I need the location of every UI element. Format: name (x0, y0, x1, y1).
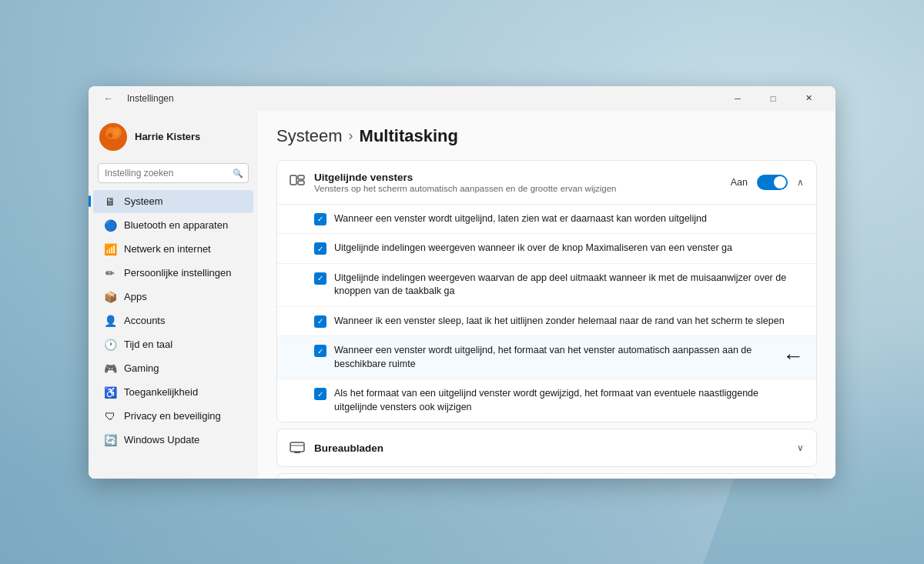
sidebar-item-windows[interactable]: 🔄Windows Update (93, 429, 253, 452)
sidebar-item-netwerk[interactable]: 📶Netwerk en internet (93, 238, 253, 261)
accounts-icon: 👤 (104, 315, 116, 327)
checkbox-snap6[interactable]: ✓ (314, 388, 326, 400)
uitgelijnde-subtitle: Vensters op het scherm automatisch aanpa… (314, 184, 731, 193)
tijd-icon: 🕐 (104, 339, 116, 351)
checkbox-snap3[interactable]: ✓ (314, 272, 326, 285)
bureaubladen-right: ∨ (797, 442, 804, 453)
avatar (99, 123, 127, 151)
sidebar-item-label-bluetooth: Bluetooth en apparaten (124, 219, 228, 231)
snap-icon (290, 175, 305, 190)
arrow-right-icon: ← (782, 344, 804, 369)
sidebar-item-systeem[interactable]: 🖥Systeem (93, 190, 253, 213)
checkbox-row-snap5: ✓ Wanneer een venster wordt uitgelijnd, … (277, 336, 816, 379)
toegankelijkheid-icon: ♿ (104, 386, 116, 399)
breadcrumb-parent[interactable]: Systeem (276, 126, 343, 146)
back-button[interactable]: ← (98, 88, 119, 109)
sidebar-item-bluetooth[interactable]: 🔵Bluetooth en apparaten (93, 214, 253, 237)
sidebar-item-label-persoonlijk: Persoonlijke instellingen (124, 267, 231, 279)
sidebar-item-accounts[interactable]: 👤Accounts (93, 309, 253, 332)
checkbox-text-snap4: Wanneer ik een venster sleep, laat ik he… (334, 315, 785, 329)
sidebar-item-label-gaming: Gaming (124, 362, 159, 374)
sidebar-item-apps[interactable]: 📦Apps (93, 285, 253, 309)
bureaubladen-icon (290, 440, 305, 456)
bureaubladen-title-block: Bureaubladen (314, 442, 797, 454)
section-bureaubladen: Bureaubladen ∨ (276, 429, 817, 467)
section-uitgelijnde-vensters: Uitgelijnde vensters Vensters op het sch… (276, 160, 817, 423)
persoonlijk-icon: ✏ (104, 267, 116, 279)
bureaubladen-chevron: ∨ (797, 442, 804, 453)
bureaubladen-header[interactable]: Bureaubladen ∨ (277, 429, 816, 466)
checkbox-snap5[interactable]: ✓ (314, 345, 326, 357)
sidebar-item-persoonlijk[interactable]: ✏Persoonlijke instellingen (93, 262, 253, 285)
svg-rect-4 (298, 175, 304, 179)
privacy-icon: 🛡 (104, 410, 116, 422)
sidebar: Harrie Kisters 🔍 🖥Systeem🔵Bluetooth en a… (89, 111, 258, 479)
sidebar-item-label-netwerk: Netwerk en internet (124, 243, 211, 255)
window-title: Instellingen (127, 93, 720, 104)
uitgelijnde-title: Uitgelijnde vensters (314, 172, 731, 183)
section-right: Aan ∧ (731, 175, 804, 190)
gaming-icon: 🎮 (104, 362, 116, 375)
checkbox-row-snap4: ✓ Wanneer ik een venster sleep, laat ik … (277, 307, 816, 337)
user-profile: Harrie Kisters (89, 117, 258, 160)
checkbox-snap2[interactable]: ✓ (314, 242, 326, 255)
checkbox-text-snap5: Wanneer een venster wordt uitgelijnd, he… (334, 344, 765, 371)
apps-icon: 📦 (104, 291, 116, 303)
windows-icon: 🔄 (104, 434, 116, 446)
titlebar: ← Instellingen ─ □ ✕ (89, 86, 835, 111)
bluetooth-icon: 🔵 (104, 219, 116, 232)
section-uitgelijnde-header[interactable]: Uitgelijnde vensters Vensters op het sch… (277, 161, 816, 205)
content-area: Harrie Kisters 🔍 🖥Systeem🔵Bluetooth en a… (89, 111, 835, 479)
page-header: Systeem › Multitasking (276, 126, 817, 146)
checkbox-row-snap3: ✓ Uitgelijnde indelingen weergeven waarv… (277, 264, 816, 307)
checkbox-text-snap2: Uitgelijnde indelingen weergeven wanneer… (334, 242, 732, 255)
svg-rect-6 (290, 442, 304, 452)
checkbox-row-snap1: ✓ Wanneer een venster wordt uitgelijnd, … (277, 205, 816, 235)
svg-point-2 (113, 129, 119, 135)
sidebar-item-gaming[interactable]: 🎮Gaming (93, 357, 253, 380)
main-content: Systeem › Multitasking Uitgelijnde ve (258, 111, 835, 479)
alttab-row: Alt + Tab Als u op Alt+Tab drukt, wordt … (277, 474, 816, 479)
svg-rect-5 (298, 181, 304, 185)
svg-rect-3 (290, 175, 296, 185)
uitgelijnde-toggle[interactable] (757, 175, 788, 190)
search-icon: 🔍 (233, 168, 243, 178)
checkbox-row-snap6: ✓ Als het formaat van een uitgelijnd ven… (277, 379, 816, 422)
checkbox-text-snap1: Wanneer een venster wordt uitgelijnd, la… (334, 212, 707, 226)
search-input[interactable] (98, 163, 249, 183)
checkbox-row-snap2: ✓ Uitgelijnde indelingen weergeven wanne… (277, 234, 816, 264)
svg-rect-8 (294, 452, 300, 453)
uitgelijnde-status: Aan (731, 177, 748, 188)
page-title: Multitasking (360, 126, 458, 146)
sidebar-item-label-apps: Apps (124, 291, 147, 302)
uitgelijnde-chevron: ∧ (797, 177, 804, 188)
sidebar-item-privacy[interactable]: 🛡Privacy en beveiliging (93, 405, 253, 428)
sidebar-item-label-systeem: Systeem (124, 195, 163, 207)
search-box[interactable]: 🔍 (98, 163, 249, 183)
user-name: Harrie Kisters (135, 131, 200, 142)
checkbox-snap1[interactable]: ✓ (314, 213, 326, 225)
checkbox-text-snap3: Uitgelijnde indelingen weergeven waarvan… (334, 272, 804, 299)
section-alttab: Alt + Tab Als u op Alt+Tab drukt, wordt … (276, 473, 817, 479)
breadcrumb-separator: › (349, 128, 353, 144)
close-button[interactable]: ✕ (791, 86, 826, 111)
arrow-indicator: ← (773, 344, 804, 369)
sidebar-item-label-toegankelijkheid: Toegankelijkheid (124, 386, 198, 398)
checkbox-snap4[interactable]: ✓ (314, 315, 326, 328)
netwerk-icon: 📶 (104, 243, 116, 255)
sidebar-item-label-windows: Windows Update (124, 434, 199, 446)
checkbox-text-snap6: Als het formaat van een uitgelijnd venst… (334, 387, 804, 414)
section-title-block: Uitgelijnde vensters Vensters op het sch… (314, 172, 731, 193)
sidebar-item-label-accounts: Accounts (124, 315, 165, 326)
nav-list: 🖥Systeem🔵Bluetooth en apparaten📶Netwerk … (89, 189, 258, 452)
sidebar-item-tijd[interactable]: 🕐Tijd en taal (93, 333, 253, 356)
sidebar-item-label-privacy: Privacy en beveiliging (124, 410, 221, 422)
svg-point-1 (108, 133, 112, 138)
sidebar-item-toegankelijkheid[interactable]: ♿Toegankelijkheid (93, 381, 253, 404)
window-controls: ─ □ ✕ (720, 86, 826, 111)
bureaubladen-title: Bureaubladen (314, 442, 797, 454)
settings-window: ← Instellingen ─ □ ✕ Harrie Kisters (89, 86, 835, 479)
minimize-button[interactable]: ─ (720, 86, 755, 111)
systeem-icon: 🖥 (104, 195, 116, 208)
maximize-button[interactable]: □ (755, 86, 791, 111)
